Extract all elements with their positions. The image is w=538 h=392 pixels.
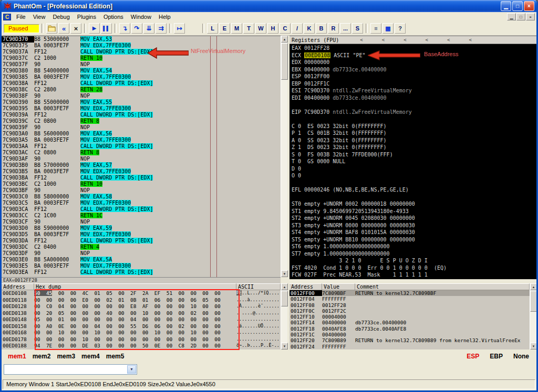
- step-into-button[interactable]: ↴: [119, 23, 130, 34]
- view-call-stack-button[interactable]: K: [304, 23, 315, 34]
- disasm-row[interactable]: 7C90D39CC2 0800RETN 8: [2, 118, 281, 124]
- disasm-row[interactable]: 7C90D390B8 55000000MOV EAX,55: [2, 99, 281, 105]
- follow-ebp-label[interactable]: EBP: [490, 353, 503, 360]
- view-threads-button[interactable]: T: [243, 23, 254, 34]
- help-button[interactable]: ?: [395, 23, 406, 34]
- disasm-row[interactable]: 7C90D3D5BA 0003FE7FMOV EDX,7FFE0300: [2, 231, 281, 238]
- stack-row[interactable]: 0012FF0C0012FF2C: [289, 308, 530, 314]
- mem-tab-mem3[interactable]: mem3: [57, 353, 75, 360]
- view-log-button[interactable]: L: [207, 23, 218, 34]
- dump-row[interactable]: 00ED010850 45 00 00 4C 01 05 00 2F 2A EF…: [2, 290, 281, 297]
- mem-tab-mem5[interactable]: mem5: [106, 353, 125, 360]
- disasm-row[interactable]: 7C90D3DF90NOP: [2, 250, 281, 257]
- disasm-row[interactable]: 7C90D3CF90NOP: [2, 219, 281, 225]
- run-button[interactable]: ▶: [89, 23, 100, 34]
- stack-row[interactable]: 0012FF207C809B89RETURN to kernel32.7C809…: [289, 337, 530, 343]
- view-cpu-button[interactable]: C: [280, 23, 291, 34]
- disasm-row[interactable]: 7C90D370B8 53000000MOV EAX,53: [2, 36, 281, 43]
- cpu-window-icon[interactable]: C: [3, 14, 11, 20]
- scroll-up-button[interactable]: ▲: [281, 283, 288, 290]
- disasm-row[interactable]: 7C90D38CC2 2800RETN 28: [2, 87, 281, 93]
- stack-pane[interactable]: 0012FF007C809BBFRETURN to kernel32.7C809…: [289, 290, 530, 349]
- pause-button[interactable]: ▌▌: [101, 23, 112, 34]
- mdi-minimize-button[interactable]: ▁: [507, 13, 516, 20]
- close-program-button[interactable]: ×: [70, 23, 81, 34]
- combobox-dropdown-button[interactable]: ▼: [127, 365, 136, 374]
- disassembly-pane[interactable]: 7C90D370B8 53000000MOV EAX,537C90D375BA …: [2, 36, 281, 277]
- trace-over-button[interactable]: ⇉: [156, 23, 167, 34]
- disassembly-scrollbar[interactable]: ▲ ▼: [281, 36, 287, 277]
- restart-button[interactable]: «: [58, 23, 69, 34]
- scroll-down-button[interactable]: ▼: [281, 270, 288, 277]
- dump-row[interactable]: 00ED017800 00 00 00 10 00 00 00 00 00 00…: [2, 336, 281, 343]
- dump-row[interactable]: 00ED011800 00 00 00 E0 00 02 01 0B 01 06…: [2, 297, 281, 304]
- dump-scrollbar[interactable]: ▲ ▼: [281, 283, 287, 349]
- dump-row[interactable]: 00ED015800 A0 0E 00 00 04 00 00 55 D6 06…: [2, 323, 281, 330]
- view-references-button[interactable]: R: [328, 23, 339, 34]
- maximize-button[interactable]: □: [512, 1, 523, 11]
- view-windows-button[interactable]: W: [255, 23, 266, 34]
- view-run-trace-button[interactable]: ...: [340, 23, 351, 34]
- mem-tab-mem2[interactable]: mem2: [33, 353, 51, 360]
- scroll-down-button[interactable]: ▼: [530, 343, 537, 349]
- scroll-thumb[interactable]: [281, 43, 288, 80]
- mdi-restore-button[interactable]: □: [516, 13, 525, 20]
- disasm-row[interactable]: 7C90D3AAFF12CALL DWORD PTR DS:[EDX]: [2, 143, 281, 150]
- disasm-row[interactable]: 7C90D38AFF12CALL DWORD PTR DS:[EDX]: [2, 80, 281, 87]
- stack-row[interactable]: 0012FF04FFFFFFFF: [289, 296, 530, 302]
- disasm-row[interactable]: 7C90D39AFF12CALL DWORD PTR DS:[EDX]: [2, 112, 281, 118]
- mdi-close-button[interactable]: ×: [526, 13, 535, 20]
- stack-row[interactable]: 0012FF180040AFE8db7733ce.0040AFE8: [289, 326, 530, 332]
- disasm-row[interactable]: 7C90D3E0B8 5A000000MOV EAX,5A: [2, 257, 281, 263]
- windows-list-button[interactable]: ≡: [370, 23, 381, 34]
- scroll-down-button[interactable]: ▼: [281, 343, 288, 349]
- disasm-row[interactable]: 7C90D37F90NOP: [2, 61, 281, 68]
- disasm-row[interactable]: 7C90D385BA 0003FE7FMOV EDX,7FFE0300: [2, 74, 281, 80]
- stack-row[interactable]: 0012FF1C00400000: [289, 332, 530, 337]
- disasm-row[interactable]: 7C90D38F90NOP: [2, 93, 281, 99]
- stack-row[interactable]: 0012FF007C809BBFRETURN to kernel32.7C809…: [289, 290, 530, 296]
- view-patches-button[interactable]: /: [292, 23, 303, 34]
- stack-row[interactable]: 0012FF1000004000: [289, 314, 530, 320]
- disasm-row[interactable]: 7C90D39F90NOP: [2, 124, 281, 131]
- stack-scrollbar[interactable]: ▲ ▼: [530, 283, 536, 349]
- step-over-button[interactable]: ↷: [131, 23, 142, 34]
- disasm-row[interactable]: 7C90D3CAFF12CALL DWORD PTR DS:[EDX]: [2, 206, 281, 213]
- follow-esp-label[interactable]: ESP: [467, 353, 479, 360]
- disasm-row[interactable]: 7C90D3A0B8 56000000MOV EAX,56: [2, 131, 281, 137]
- disasm-row[interactable]: 7C90D3D0B8 59000000MOV EAX,59: [2, 225, 281, 231]
- menu-item-help[interactable]: Help: [155, 13, 174, 20]
- disasm-row[interactable]: 7C90D3CCC2 1C00RETN 1C: [2, 213, 281, 219]
- address-combobox[interactable]: ▼: [4, 364, 137, 375]
- disasm-row[interactable]: 7C90D3BF90NOP: [2, 187, 281, 194]
- disasm-row[interactable]: 7C90D3A5BA 0003FE7FMOV EDX,7FFE0300: [2, 137, 281, 143]
- disasm-row[interactable]: 7C90D3AF90NOP: [2, 156, 281, 162]
- disasm-row[interactable]: 7C90D3B0B8 57000000MOV EAX,57: [2, 162, 281, 168]
- view-handles-button[interactable]: H: [267, 23, 278, 34]
- scroll-up-button[interactable]: ▲: [530, 283, 537, 290]
- dump-row[interactable]: 00ED016800 00 10 00 00 10 00 00 00 00 10…: [2, 330, 281, 336]
- menu-item-file[interactable]: File: [13, 13, 29, 20]
- view-executables-button[interactable]: E: [219, 23, 230, 34]
- menu-item-plugins[interactable]: Plugins: [74, 13, 100, 20]
- disasm-row[interactable]: 7C90D375BA 0003FE7FMOV EDX,7FFE0300: [2, 43, 281, 49]
- disasm-row[interactable]: 7C90D3E5BA 0003FE7FMOV EDX,7FFE0300: [2, 263, 281, 269]
- memory-dump-pane[interactable]: 00ED010850 45 00 00 4C 01 05 00 2F 2A EF…: [2, 290, 281, 349]
- menu-item-view[interactable]: View: [29, 13, 49, 20]
- mem-tab-mem4[interactable]: mem4: [81, 353, 100, 360]
- disasm-row[interactable]: 7C90D37AFF12CALL DWORD PTR DS:[EDX]: [2, 49, 281, 55]
- stack-row[interactable]: 0012FF1400400000db7733ce.00400000: [289, 320, 530, 325]
- view-memory-button[interactable]: M: [231, 23, 242, 34]
- menu-item-debug[interactable]: Debug: [49, 13, 73, 20]
- dump-row[interactable]: 00ED014805 00 01 00 00 00 00 00 04 00 00…: [2, 316, 281, 323]
- disasm-row[interactable]: 7C90D3ACC2 0800RETN 8: [2, 150, 281, 156]
- disasm-row[interactable]: 7C90D3C0B8 58000000MOV EAX,58: [2, 194, 281, 200]
- registers-pane[interactable]: EAX 0012FF28ECX 00ED0108 ASCII "PE"EDX 0…: [289, 44, 536, 279]
- mem-tab-mem1[interactable]: mem1: [8, 353, 26, 360]
- scroll-thumb[interactable]: [530, 291, 537, 312]
- disasm-row[interactable]: 7C90D3C5BA 0003FE7FMOV EDX,7FFE0300: [2, 200, 281, 206]
- dump-row[interactable]: 00ED018894 7E 00 00 DE 03 00 00 00 50 0E…: [2, 343, 281, 349]
- view-breakpoints-button[interactable]: B: [316, 23, 327, 34]
- appearance-button[interactable]: ▦: [382, 23, 394, 34]
- stack-row[interactable]: 0012FF080012FF28: [289, 302, 530, 308]
